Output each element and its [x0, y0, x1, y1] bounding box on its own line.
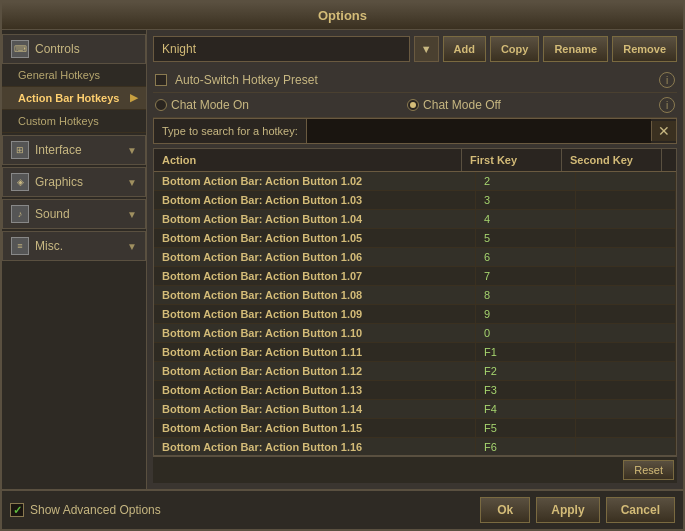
chat-mode-row: Chat Mode On Chat Mode Off i [153, 93, 677, 118]
chat-mode-off-radio[interactable] [407, 99, 419, 111]
sidebar-section-controls: ⌨ Controls General Hotkeys Action Bar Ho… [2, 34, 146, 133]
table-cell-second-key [576, 419, 676, 437]
table-cell-first-key: 7 [476, 267, 576, 285]
table-cell-second-key [576, 381, 676, 399]
table-cell-second-key [576, 324, 676, 342]
table-row[interactable]: Bottom Action Bar: Action Button 1.11 F1 [154, 343, 676, 362]
add-button[interactable]: Add [443, 36, 486, 62]
reset-button[interactable]: Reset [623, 460, 674, 480]
table-cell-action: Bottom Action Bar: Action Button 1.12 [154, 362, 476, 380]
table-cell-second-key [576, 400, 676, 418]
controls-icon: ⌨ [11, 40, 29, 58]
table-cell-second-key [576, 362, 676, 380]
table-row[interactable]: Bottom Action Bar: Action Button 1.08 8 [154, 286, 676, 305]
cancel-button[interactable]: Cancel [606, 497, 675, 523]
table-row[interactable]: Bottom Action Bar: Action Button 1.15 F5 [154, 419, 676, 438]
sidebar-section-sound: ♪ Sound ▼ [2, 199, 146, 229]
chat-mode-info-icon[interactable]: i [659, 97, 675, 113]
table-cell-second-key [576, 210, 676, 228]
auto-switch-checkbox[interactable] [155, 74, 167, 86]
graphics-icon: ◈ [11, 173, 29, 191]
sidebar: ⌨ Controls General Hotkeys Action Bar Ho… [2, 30, 147, 489]
table-cell-first-key: F4 [476, 400, 576, 418]
search-label: Type to search for a hotkey: [154, 121, 306, 141]
table-row[interactable]: Bottom Action Bar: Action Button 1.02 2 [154, 172, 676, 191]
table-row[interactable]: Bottom Action Bar: Action Button 1.09 9 [154, 305, 676, 324]
table-cell-second-key [576, 248, 676, 266]
table-cell-first-key: 2 [476, 172, 576, 190]
search-input[interactable] [306, 119, 651, 143]
table-row[interactable]: Bottom Action Bar: Action Button 1.04 4 [154, 210, 676, 229]
table-cell-second-key [576, 172, 676, 190]
copy-button[interactable]: Copy [490, 36, 540, 62]
chat-mode-on-radio[interactable] [155, 99, 167, 111]
table-cell-first-key: 4 [476, 210, 576, 228]
show-advanced-label: Show Advanced Options [30, 503, 161, 517]
table-cell-first-key: 6 [476, 248, 576, 266]
sidebar-header-sound[interactable]: ♪ Sound ▼ [2, 199, 146, 229]
table-cell-action: Bottom Action Bar: Action Button 1.05 [154, 229, 476, 247]
rename-button[interactable]: Rename [543, 36, 608, 62]
sidebar-header-controls[interactable]: ⌨ Controls [2, 34, 146, 64]
auto-switch-row: Auto-Switch Hotkey Preset i [153, 68, 677, 93]
table-row[interactable]: Bottom Action Bar: Action Button 1.13 F3 [154, 381, 676, 400]
table-cell-first-key: F6 [476, 438, 576, 455]
sidebar-header-interface[interactable]: ⊞ Interface ▼ [2, 135, 146, 165]
sidebar-item-custom-hotkeys[interactable]: Custom Hotkeys [2, 110, 146, 133]
auto-switch-info-icon[interactable]: i [659, 72, 675, 88]
sidebar-header-misc[interactable]: ≡ Misc. ▼ [2, 231, 146, 261]
sidebar-controls-label: Controls [35, 42, 80, 56]
sidebar-item-general-hotkeys[interactable]: General Hotkeys [2, 64, 146, 87]
table-row[interactable]: Bottom Action Bar: Action Button 1.07 7 [154, 267, 676, 286]
table-cell-action: Bottom Action Bar: Action Button 1.06 [154, 248, 476, 266]
table-cell-first-key: F3 [476, 381, 576, 399]
table-cell-first-key: F1 [476, 343, 576, 361]
table-cell-first-key: F2 [476, 362, 576, 380]
chat-mode-on-label[interactable]: Chat Mode On [155, 98, 249, 112]
table-cell-second-key [576, 267, 676, 285]
table-row[interactable]: Bottom Action Bar: Action Button 1.16 F6 [154, 438, 676, 455]
search-clear-button[interactable]: ✕ [651, 121, 676, 141]
table-row[interactable]: Bottom Action Bar: Action Button 1.06 6 [154, 248, 676, 267]
table-row[interactable]: Bottom Action Bar: Action Button 1.12 F2 [154, 362, 676, 381]
misc-arrow-icon: ▼ [127, 241, 137, 252]
options-window: Options ⌨ Controls General Hotkeys Actio… [0, 0, 685, 531]
table-row[interactable]: Bottom Action Bar: Action Button 1.03 3 [154, 191, 676, 210]
interface-arrow-icon: ▼ [127, 145, 137, 156]
show-advanced-container: ✓ Show Advanced Options [10, 503, 474, 517]
sound-arrow-icon: ▼ [127, 209, 137, 220]
sidebar-header-graphics[interactable]: ◈ Graphics ▼ [2, 167, 146, 197]
chat-mode-off-text: Chat Mode Off [423, 98, 501, 112]
auto-switch-label: Auto-Switch Hotkey Preset [175, 73, 318, 87]
table-cell-first-key: 9 [476, 305, 576, 323]
chat-mode-off-label[interactable]: Chat Mode Off [407, 98, 501, 112]
sidebar-item-action-bar-hotkeys[interactable]: Action Bar Hotkeys ▶ [2, 87, 146, 110]
table-row[interactable]: Bottom Action Bar: Action Button 1.10 0 [154, 324, 676, 343]
table-cell-action: Bottom Action Bar: Action Button 1.02 [154, 172, 476, 190]
sound-icon: ♪ [11, 205, 29, 223]
table-cell-action: Bottom Action Bar: Action Button 1.13 [154, 381, 476, 399]
table-cell-action: Bottom Action Bar: Action Button 1.10 [154, 324, 476, 342]
table-body: Bottom Action Bar: Action Button 1.02 2 … [154, 172, 676, 455]
table-row[interactable]: Bottom Action Bar: Action Button 1.14 F4 [154, 400, 676, 419]
table-cell-action: Bottom Action Bar: Action Button 1.04 [154, 210, 476, 228]
preset-dropdown-button[interactable]: ▼ [414, 36, 439, 62]
ok-button[interactable]: Ok [480, 497, 530, 523]
table-cell-first-key: 8 [476, 286, 576, 304]
table-row[interactable]: Bottom Action Bar: Action Button 1.05 5 [154, 229, 676, 248]
show-advanced-checkbox[interactable]: ✓ [10, 503, 24, 517]
table-cell-action: Bottom Action Bar: Action Button 1.14 [154, 400, 476, 418]
preset-input[interactable] [153, 36, 410, 62]
table-cell-second-key [576, 438, 676, 455]
remove-button[interactable]: Remove [612, 36, 677, 62]
table-cell-action: Bottom Action Bar: Action Button 1.07 [154, 267, 476, 285]
sidebar-section-misc: ≡ Misc. ▼ [2, 231, 146, 261]
apply-button[interactable]: Apply [536, 497, 599, 523]
misc-icon: ≡ [11, 237, 29, 255]
sidebar-interface-label: Interface [35, 143, 82, 157]
sidebar-misc-label: Misc. [35, 239, 63, 253]
table-cell-action: Bottom Action Bar: Action Button 1.15 [154, 419, 476, 437]
top-toolbar: ▼ Add Copy Rename Remove [153, 36, 677, 62]
table-cell-second-key [576, 191, 676, 209]
table-cell-first-key: 0 [476, 324, 576, 342]
